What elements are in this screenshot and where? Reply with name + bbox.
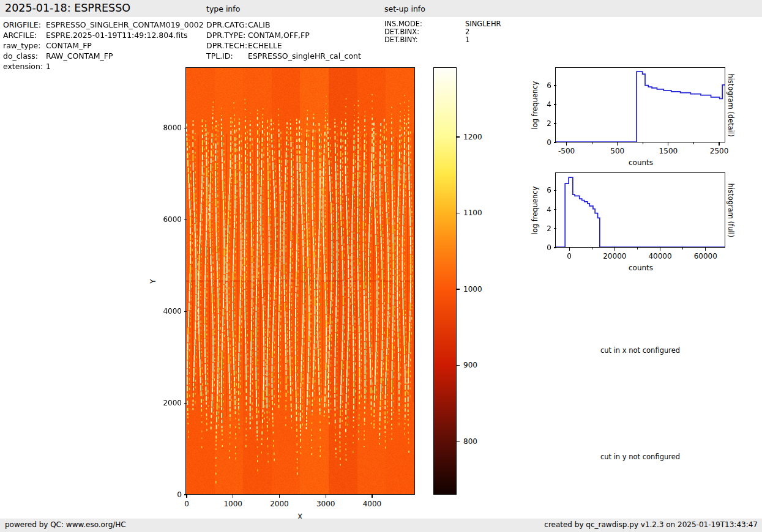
x-tick-label: 1000 bbox=[223, 500, 242, 508]
x-tick-mark bbox=[705, 248, 706, 251]
histogram-full-y-label: log frequency bbox=[531, 187, 539, 235]
y-tick-label: 2000 bbox=[163, 399, 182, 407]
histogram-detail-title: histogram (detail) bbox=[727, 73, 735, 136]
y-tick-mark bbox=[554, 228, 557, 229]
y-tick-mark bbox=[184, 220, 187, 220]
colorbar-tick-mark bbox=[457, 365, 460, 366]
x-tick-mark bbox=[617, 142, 618, 146]
x-tick-mark bbox=[660, 248, 660, 251]
qc-report-page: 2025-01-18: ESPRESSO type info set-up in… bbox=[0, 0, 762, 532]
y-tick-label: 0 bbox=[177, 490, 182, 499]
detector-image-canvas bbox=[186, 68, 414, 494]
meta-label: INS.MODE: bbox=[384, 20, 422, 28]
y-tick-mark bbox=[554, 247, 557, 248]
histogram-full-plot bbox=[555, 172, 725, 248]
x-tick-mark bbox=[233, 495, 233, 498]
y-tick-mark bbox=[554, 190, 557, 191]
meta-value: ESPRESSO_SINGLEHR_CONTAM019_0002 bbox=[46, 21, 204, 29]
histogram-full-title: histogram (full) bbox=[727, 183, 735, 238]
x-tick-label: 60000 bbox=[694, 252, 717, 260]
meta-value: CONTAM_FP bbox=[46, 42, 92, 50]
x-tick-mark bbox=[569, 248, 570, 251]
meta-value: ECHELLE bbox=[248, 42, 282, 50]
meta-label: extension: bbox=[3, 62, 43, 71]
x-tick-label: 2500 bbox=[710, 147, 729, 155]
y-tick-mark bbox=[554, 123, 557, 124]
meta-value: CONTAM,OFF,FP bbox=[248, 31, 310, 40]
y-tick-mark bbox=[184, 403, 187, 404]
histogram-full-x-label: counts bbox=[629, 264, 653, 272]
colorbar-canvas bbox=[434, 68, 456, 494]
y-tick-label: 4 bbox=[547, 100, 551, 109]
meta-label: DPR.TYPE: bbox=[206, 31, 245, 40]
type-info-header: type info bbox=[206, 4, 240, 13]
y-tick-label: 0 bbox=[547, 243, 551, 252]
colorbar-tick-label: 1100 bbox=[463, 209, 482, 217]
meta-label: TPL.ID: bbox=[206, 52, 233, 61]
y-tick-mark bbox=[184, 128, 187, 128]
footer-right-text: created by qc_rawdisp.py v1.2.3 on 2025-… bbox=[544, 520, 758, 529]
x-tick-label: 3000 bbox=[316, 500, 335, 508]
histogram-detail-y-label: log frequency bbox=[531, 81, 539, 130]
colorbar-tick-label: 900 bbox=[463, 361, 477, 369]
cut-x-message: cut in x not configured bbox=[600, 346, 680, 355]
meta-label: ORIGFILE: bbox=[3, 21, 41, 29]
histogram-full-canvas bbox=[556, 173, 725, 247]
colorbar bbox=[433, 67, 457, 495]
y-tick-label: 6 bbox=[547, 186, 551, 194]
colorbar-tick-mark bbox=[457, 289, 460, 289]
x-tick-mark bbox=[326, 495, 326, 498]
meta-label: raw_type: bbox=[3, 42, 40, 50]
x-tick-mark bbox=[186, 495, 187, 498]
meta-value: RAW_CONTAM_FP bbox=[46, 52, 113, 61]
meta-value: SINGLEHR bbox=[465, 20, 501, 28]
main-y-axis-label: Y bbox=[149, 279, 157, 283]
x-tick-label: 4000 bbox=[363, 500, 382, 508]
meta-label: DET.BINX: bbox=[384, 28, 419, 36]
x-tick-mark bbox=[566, 142, 567, 146]
y-tick-mark bbox=[554, 142, 557, 142]
x-tick-mark bbox=[682, 248, 683, 249]
header-bar: 2025-01-18: ESPRESSO type info set-up in… bbox=[0, 0, 762, 17]
y-tick-mark bbox=[554, 209, 557, 210]
colorbar-tick-mark bbox=[457, 136, 460, 137]
x-tick-label: 0 bbox=[184, 500, 189, 508]
x-tick-label: 500 bbox=[610, 147, 624, 155]
meta-value: ESPRE.2025-01-19T11:49:12.804.fits bbox=[46, 31, 187, 40]
histogram-detail-x-label: counts bbox=[629, 158, 653, 167]
y-tick-mark bbox=[184, 494, 187, 495]
cut-y-message: cut in y not configured bbox=[600, 453, 680, 461]
x-tick-label: 2000 bbox=[270, 500, 289, 508]
y-tick-mark bbox=[554, 104, 557, 105]
colorbar-tick-mark bbox=[457, 213, 460, 213]
main-image-plot bbox=[185, 67, 415, 495]
y-tick-label: 2 bbox=[547, 224, 551, 233]
y-tick-label: 6000 bbox=[163, 215, 182, 224]
x-tick-mark bbox=[643, 142, 643, 144]
meta-value: 2 bbox=[465, 28, 469, 36]
meta-label: ARCFILE: bbox=[3, 31, 37, 40]
meta-value: 1 bbox=[465, 35, 469, 44]
page-title: 2025-01-18: ESPRESSO bbox=[5, 2, 130, 14]
meta-value: 1 bbox=[46, 62, 51, 71]
x-tick-label: 0 bbox=[567, 252, 572, 260]
colorbar-tick-label: 1000 bbox=[463, 285, 482, 294]
footer-bar: powered by QC: www.eso.org/HC created by… bbox=[0, 519, 762, 532]
x-tick-mark bbox=[279, 495, 280, 498]
x-tick-mark bbox=[668, 142, 668, 146]
x-tick-mark bbox=[719, 142, 719, 146]
y-tick-mark bbox=[554, 85, 557, 86]
x-tick-label: -500 bbox=[558, 147, 575, 155]
meta-label: DPR.TECH: bbox=[206, 42, 247, 50]
colorbar-tick-label: 800 bbox=[463, 437, 477, 446]
setup-info-header: set-up info bbox=[384, 4, 425, 13]
colorbar-tick-label: 1200 bbox=[463, 133, 482, 141]
meta-label: DET.BINY: bbox=[384, 35, 418, 44]
x-tick-mark bbox=[614, 248, 615, 251]
x-tick-mark bbox=[592, 248, 592, 249]
x-tick-label: 40000 bbox=[648, 252, 671, 260]
meta-value: ESPRESSO_singleHR_cal_cont bbox=[248, 52, 361, 61]
meta-label: DPR.CATG: bbox=[206, 21, 247, 29]
x-tick-label: 1500 bbox=[659, 147, 678, 155]
colorbar-tick-mark bbox=[457, 441, 460, 441]
